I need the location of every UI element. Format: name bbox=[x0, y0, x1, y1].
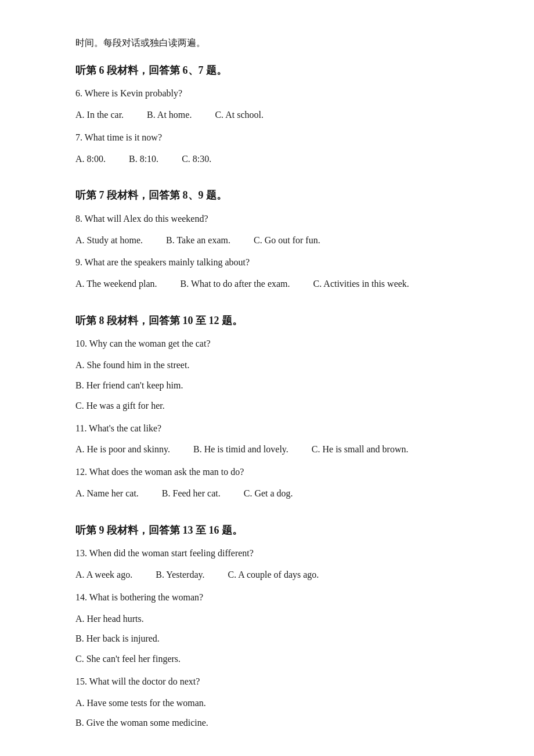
option-item: B. Take an exam. bbox=[166, 232, 230, 249]
options-inline: A. In the car.B. At home.C. At school. bbox=[75, 107, 459, 124]
options-block: A. She found him in the street.B. Her fr… bbox=[75, 357, 459, 414]
option-item: A. She found him in the street. bbox=[75, 357, 459, 374]
option-item: A. Have some tests for the woman. bbox=[75, 695, 459, 712]
options-inline: A. 8:00.B. 8:10.C. 8:30. bbox=[75, 151, 459, 168]
options-block: A. Have some tests for the woman.B. Give… bbox=[75, 695, 459, 732]
option-item: B. Give the woman some medicine. bbox=[75, 715, 459, 732]
option-item: B. Yesterday. bbox=[156, 567, 204, 584]
option-item: C. At school. bbox=[215, 107, 264, 124]
option-item: B. Her back is injured. bbox=[75, 631, 459, 647]
question-text: 10. Why can the woman get the cat? bbox=[75, 336, 459, 352]
options-block: A. Her head hurts.B. Her back is injured… bbox=[75, 611, 459, 668]
option-item: A. A week ago. bbox=[75, 567, 132, 584]
question-text: 12. What does the woman ask the man to d… bbox=[75, 464, 459, 481]
option-item: B. Feed her cat. bbox=[162, 485, 221, 502]
option-item: A. Study at home. bbox=[75, 232, 143, 249]
intro-line: 时间。每段对话或独白读两遍。 bbox=[75, 35, 459, 52]
option-item: B. 8:10. bbox=[129, 151, 158, 168]
question-text: 6. Where is Kevin probably? bbox=[75, 85, 459, 102]
option-item: B. He is timid and lovely. bbox=[193, 441, 288, 458]
question-text: 7. What time is it now? bbox=[75, 129, 459, 146]
question-text: 9. What are the speakers mainly talking … bbox=[75, 254, 459, 271]
option-item: B. What to do after the exam. bbox=[181, 276, 290, 293]
section-header: 听第 9 段材料，回答第 13 至 16 题。 bbox=[75, 521, 459, 539]
section-header: 听第 8 段材料，回答第 10 至 12 题。 bbox=[75, 311, 459, 330]
option-item: C. He was a gift for her. bbox=[75, 398, 459, 415]
options-inline: A. He is poor and skinny.B. He is timid … bbox=[75, 441, 459, 458]
options-inline: A. The weekend plan.B. What to do after … bbox=[75, 276, 459, 293]
options-inline: A. Name her cat.B. Feed her cat.C. Get a… bbox=[75, 485, 459, 502]
question-text: 11. What's the cat like? bbox=[75, 420, 459, 437]
option-item: C. Get a dog. bbox=[244, 485, 293, 502]
section-header: 听第 6 段材料，回答第 6、7 题。 bbox=[75, 61, 459, 80]
option-item: A. Name her cat. bbox=[75, 485, 139, 502]
option-item: C. Activities in this week. bbox=[313, 276, 409, 293]
option-item: B. At home. bbox=[147, 107, 192, 124]
question-text: 15. What will the doctor do next? bbox=[75, 674, 459, 690]
option-item: C. Go out for fun. bbox=[254, 232, 320, 249]
options-inline: A. A week ago.B. Yesterday.C. A couple o… bbox=[75, 567, 459, 584]
option-item: A. The weekend plan. bbox=[75, 276, 157, 293]
option-item: C. She can't feel her fingers. bbox=[75, 651, 459, 668]
option-item: A. 8:00. bbox=[75, 151, 106, 168]
question-text: 13. When did the woman start feeling dif… bbox=[75, 545, 459, 562]
options-inline: A. Study at home.B. Take an exam.C. Go o… bbox=[75, 232, 459, 249]
question-text: 14. What is bothering the woman? bbox=[75, 589, 459, 606]
option-item: C. 8:30. bbox=[182, 151, 211, 168]
option-item: C. A couple of days ago. bbox=[228, 567, 319, 584]
option-item: A. In the car. bbox=[75, 107, 124, 124]
question-text: 8. What will Alex do this weekend? bbox=[75, 211, 459, 228]
option-item: C. He is small and brown. bbox=[312, 441, 409, 458]
option-item: A. Her head hurts. bbox=[75, 611, 459, 628]
option-item: A. He is poor and skinny. bbox=[75, 441, 170, 458]
section-header: 听第 7 段材料，回答第 8、9 题。 bbox=[75, 186, 459, 204]
option-item: B. Her friend can't keep him. bbox=[75, 377, 459, 394]
